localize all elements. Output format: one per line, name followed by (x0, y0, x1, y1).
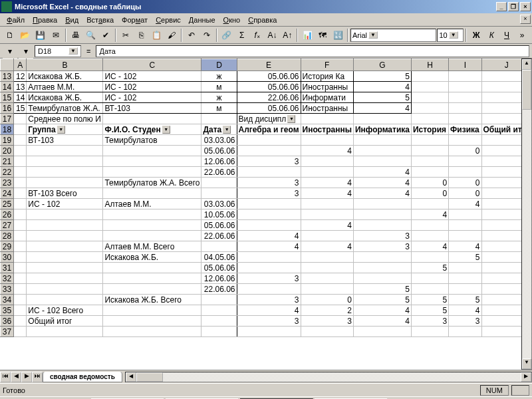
row-header[interactable]: 15 (1, 92, 14, 103)
col-header-D[interactable]: D (201, 59, 237, 71)
map-button[interactable]: 🗺 (315, 28, 330, 43)
tab-nav-last[interactable]: ⏭ (32, 372, 43, 382)
tb-sm2[interactable]: ▾ (19, 44, 33, 59)
vertical-scrollbar[interactable]: ▲ ▼ (521, 59, 532, 370)
col-header-B[interactable]: B (27, 59, 103, 71)
window-title: Microsoft Excel - сводные таблицы (15, 3, 495, 11)
status-num: NUM (480, 385, 509, 396)
formula-bar: ▾ ▾ D18▼ = Дата (0, 44, 532, 59)
window-controls: _ ❐ × (495, 2, 531, 11)
tab-nav-next[interactable]: ▶ (21, 372, 32, 382)
col-header-E[interactable]: E (237, 59, 301, 71)
menu-view[interactable]: Вид (61, 15, 82, 25)
hyperlink-button[interactable]: 🔗 (219, 28, 234, 43)
row-header[interactable]: 13 (1, 71, 14, 82)
sort-desc-button[interactable]: A↑ (280, 28, 295, 43)
filter-btn[interactable]: ▼ (287, 115, 295, 123)
spellcheck-button[interactable]: ✔ (98, 28, 113, 43)
menu-help[interactable]: Справка (244, 15, 281, 25)
sheet-tab-active[interactable]: сводная ведомость (43, 372, 122, 382)
italic-button[interactable]: К (484, 28, 499, 43)
col-header-A[interactable]: A (13, 59, 26, 71)
col-header-C[interactable]: C (103, 59, 201, 71)
chart-button[interactable]: 📊 (300, 28, 315, 43)
new-button[interactable]: 🗋 (3, 28, 17, 43)
redo-button[interactable]: ↷ (200, 28, 214, 43)
autosum-button[interactable]: Σ (235, 28, 249, 43)
minimize-button[interactable]: _ (496, 2, 507, 11)
open-button[interactable]: 📂 (18, 28, 33, 43)
menu-format[interactable]: Формат (118, 15, 152, 25)
restore-button[interactable]: ❐ (508, 2, 519, 11)
col-header-G[interactable]: G (353, 59, 411, 71)
status-blank (511, 385, 529, 396)
horizontal-scrollbar[interactable]: ◀▶ (125, 372, 532, 382)
close-button[interactable]: × (520, 2, 531, 11)
row-header[interactable]: 16 (1, 103, 14, 114)
menu-edit[interactable]: Правка (29, 15, 61, 25)
doc-close-button[interactable]: × (520, 15, 531, 24)
font-size-combo[interactable]: 10▼ (437, 29, 464, 42)
menu-tools[interactable]: Сервис (152, 15, 185, 25)
taskbar: Пуск 🌐 ✉ 🖥 📡 📁ИНФОРМАТИКА📘Excel обобщен.… (0, 396, 532, 399)
mail-button[interactable]: ✉ (49, 28, 63, 43)
more-button[interactable]: » (515, 28, 529, 43)
menu-bar: Файл Правка Вид Вставка Формат Сервис Да… (0, 13, 532, 27)
worksheet-grid[interactable]: ABCDEFGHIJ1312Искакова Ж.Б.ИС - 102ж05.0… (0, 59, 532, 370)
save-button[interactable]: 💾 (33, 28, 48, 43)
format-painter-button[interactable]: 🖌 (164, 28, 179, 43)
tab-nav-first[interactable]: ⏮ (0, 372, 11, 382)
cut-button[interactable]: ✂ (118, 28, 133, 43)
tb-sm1[interactable]: ▾ (3, 44, 17, 59)
undo-button[interactable]: ↶ (184, 28, 199, 43)
status-text: Готово (3, 386, 25, 394)
underline-button[interactable]: Ч (499, 28, 514, 43)
bold-button[interactable]: Ж (469, 28, 483, 43)
scroll-thumb[interactable] (522, 70, 531, 110)
scroll-up[interactable]: ▲ (522, 59, 531, 70)
window-titlebar: Microsoft Excel - сводные таблицы _ ❐ × (0, 0, 532, 13)
menu-window[interactable]: Окно (219, 15, 245, 25)
print-button[interactable]: 🖶 (68, 28, 83, 43)
standard-toolbar: 🗋 📂 💾 ✉ 🖶 🔍 ✔ ✂ ⎘ 📋 🖌 ↶ ↷ 🔗 Σ fₓ A↓ A↑ 📊… (0, 27, 532, 44)
status-bar: Готово NUM (0, 383, 532, 396)
equals-label: = (82, 47, 94, 55)
pivot-button[interactable]: 🔣 (331, 28, 345, 43)
sheet-tab-bar: ⏮ ◀ ▶ ⏭ сводная ведомость ◀▶ (0, 370, 532, 383)
paste-button[interactable]: 📋 (149, 28, 164, 43)
name-box[interactable]: D18▼ (35, 45, 81, 57)
font-name-combo[interactable]: Arial▼ (350, 29, 436, 42)
sort-asc-button[interactable]: A↓ (265, 28, 280, 43)
excel-app-icon (1, 1, 12, 12)
formula-input[interactable]: Дата (96, 45, 529, 57)
row-header[interactable]: 14 (1, 82, 14, 92)
copy-button[interactable]: ⎘ (134, 28, 148, 43)
col-header-H[interactable]: H (411, 59, 448, 71)
preview-button[interactable]: 🔍 (84, 28, 98, 43)
col-header-F[interactable]: F (301, 59, 353, 71)
function-button[interactable]: fₓ (250, 28, 265, 43)
tab-nav-prev[interactable]: ◀ (11, 372, 21, 382)
menu-data[interactable]: Данные (185, 15, 219, 25)
scroll-down[interactable]: ▼ (522, 358, 531, 369)
col-header-I[interactable]: I (449, 59, 481, 71)
menu-file[interactable]: Файл (3, 15, 29, 25)
menu-insert[interactable]: Вставка (82, 15, 118, 25)
